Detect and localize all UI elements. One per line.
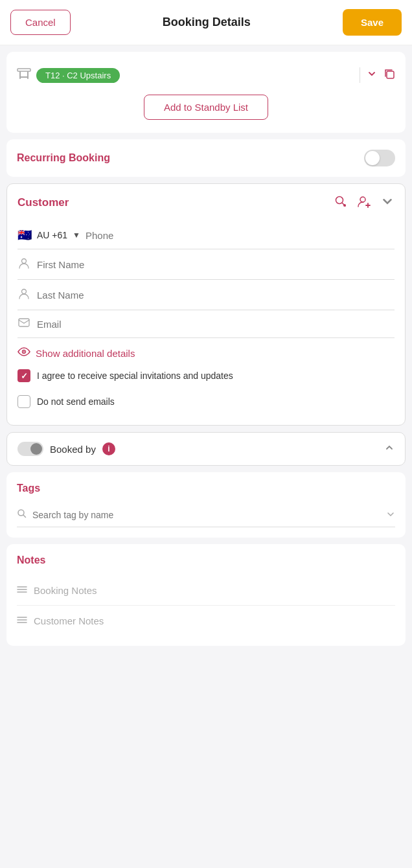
phone-row: 🇦🇺 AU +61 ▼ bbox=[17, 222, 395, 249]
email-row bbox=[17, 310, 395, 338]
phone-input[interactable] bbox=[86, 230, 395, 241]
customer-icons bbox=[334, 194, 395, 211]
customer-section: Customer bbox=[6, 183, 406, 426]
tags-search-row bbox=[17, 503, 395, 527]
recurring-label: Recurring Booking bbox=[17, 152, 110, 164]
agree-checkbox[interactable] bbox=[17, 369, 30, 382]
search-customer-icon[interactable] bbox=[334, 194, 348, 211]
recurring-toggle[interactable] bbox=[364, 150, 395, 166]
notes-title: Notes bbox=[17, 554, 395, 566]
agree-label: I agree to receive special invitations a… bbox=[37, 371, 233, 381]
chevron-down-icon[interactable] bbox=[367, 69, 377, 82]
svg-rect-1 bbox=[19, 71, 21, 79]
table-row: T12 · C2 Upstairs bbox=[17, 62, 395, 88]
first-name-row bbox=[17, 249, 395, 280]
cancel-button[interactable]: Cancel bbox=[10, 10, 71, 35]
toggle-small-knob bbox=[30, 443, 42, 455]
customer-title: Customer bbox=[17, 196, 334, 209]
table-chip: T12 · C2 Upstairs bbox=[36, 68, 120, 83]
booked-by-chevron-icon[interactable] bbox=[384, 442, 395, 455]
svg-point-7 bbox=[360, 197, 365, 202]
standby-wrap: Add to Standby List bbox=[17, 88, 395, 122]
svg-point-6 bbox=[343, 204, 346, 207]
svg-rect-2 bbox=[27, 71, 29, 79]
person-icon bbox=[17, 257, 30, 271]
show-additional-details[interactable]: Show additional details bbox=[17, 338, 395, 363]
person-icon-2 bbox=[17, 288, 30, 302]
tags-dropdown-icon[interactable] bbox=[386, 510, 395, 521]
svg-point-8 bbox=[22, 259, 27, 264]
eye-icon bbox=[17, 347, 30, 359]
recurring-row: Recurring Booking bbox=[17, 150, 395, 166]
lines-icon bbox=[17, 584, 27, 596]
lines-icon-2 bbox=[17, 615, 27, 626]
svg-rect-3 bbox=[19, 76, 29, 78]
show-details-label: Show additional details bbox=[36, 348, 135, 359]
copy-icon[interactable] bbox=[383, 68, 395, 82]
customer-header: Customer bbox=[17, 194, 395, 211]
svg-point-12 bbox=[23, 351, 25, 352]
add-to-standby-button[interactable]: Add to Standby List bbox=[144, 95, 268, 120]
header: Cancel Booking Details Save bbox=[0, 0, 412, 45]
recurring-section: Recurring Booking bbox=[6, 139, 406, 177]
divider bbox=[360, 67, 360, 83]
search-icon bbox=[17, 508, 27, 521]
table-icon bbox=[17, 68, 31, 83]
booked-by-label: Booked by bbox=[50, 444, 96, 455]
email-icon bbox=[17, 318, 30, 330]
first-name-input[interactable] bbox=[37, 259, 395, 270]
agree-checkbox-row: I agree to receive special invitations a… bbox=[17, 363, 395, 389]
no-email-label: Do not send emails bbox=[37, 396, 115, 407]
flag-icon: 🇦🇺 bbox=[17, 228, 32, 242]
email-input[interactable] bbox=[37, 319, 395, 330]
no-email-checkbox-row: Do not send emails bbox=[17, 389, 395, 415]
svg-point-5 bbox=[336, 197, 343, 204]
no-email-checkbox[interactable] bbox=[17, 395, 30, 408]
customer-notes-row[interactable]: Customer Notes bbox=[17, 606, 395, 635]
svg-rect-4 bbox=[387, 71, 394, 78]
svg-point-9 bbox=[22, 290, 27, 294]
table-section: T12 · C2 Upstairs Add to Standby List bbox=[6, 52, 406, 133]
country-dropdown-icon[interactable]: ▼ bbox=[73, 231, 80, 240]
booking-notes-label: Booking Notes bbox=[34, 585, 97, 596]
tags-search-input[interactable] bbox=[32, 510, 381, 520]
customer-chevron-icon[interactable] bbox=[380, 194, 395, 211]
country-code: AU +61 bbox=[37, 230, 67, 240]
add-customer-icon[interactable] bbox=[357, 194, 371, 211]
booked-by-toggle[interactable] bbox=[17, 442, 43, 456]
last-name-row bbox=[17, 280, 395, 310]
booked-by-section: Booked by i bbox=[6, 432, 406, 466]
customer-notes-label: Customer Notes bbox=[34, 615, 104, 626]
svg-rect-10 bbox=[19, 319, 29, 326]
tags-section: Tags bbox=[6, 472, 406, 538]
table-actions bbox=[360, 67, 395, 83]
last-name-input[interactable] bbox=[37, 290, 395, 301]
svg-rect-0 bbox=[17, 69, 30, 71]
tags-title: Tags bbox=[17, 483, 395, 494]
notes-section: Notes Booking Notes Customer Notes bbox=[6, 544, 406, 646]
toggle-knob bbox=[365, 151, 380, 165]
info-badge[interactable]: i bbox=[102, 442, 115, 455]
page-title: Booking Details bbox=[163, 16, 251, 29]
booking-notes-row[interactable]: Booking Notes bbox=[17, 575, 395, 606]
save-button[interactable]: Save bbox=[343, 9, 402, 36]
